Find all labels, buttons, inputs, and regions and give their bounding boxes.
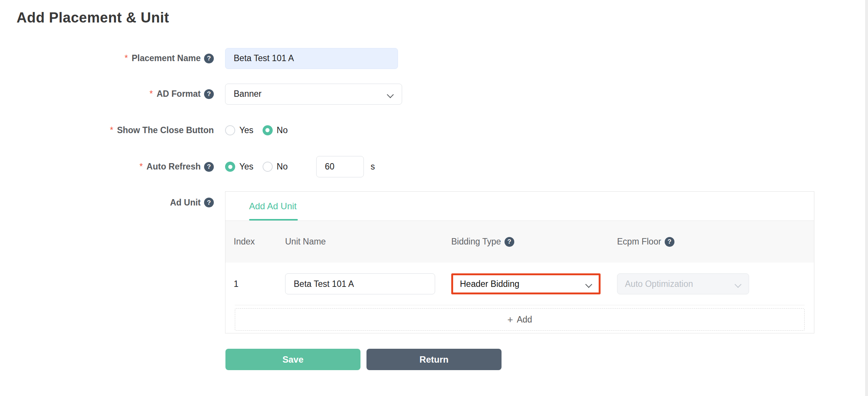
add-row-wrapper: + Add xyxy=(235,305,805,331)
placement-name-row: * Placement Name ? xyxy=(0,48,398,69)
auto-refresh-no-label: No xyxy=(277,162,288,172)
bidding-type-select[interactable]: Header Bidding xyxy=(451,273,601,294)
chevron-down-icon xyxy=(735,281,741,287)
show-close-option-yes[interactable]: Yes xyxy=(225,125,254,135)
ad-format-row: * AD Format ? Banner xyxy=(0,83,402,105)
chevron-down-icon xyxy=(387,91,393,97)
radio-checked-icon[interactable] xyxy=(225,162,235,172)
row-index-value: 1 xyxy=(234,279,239,289)
placement-name-input[interactable] xyxy=(225,48,398,69)
column-header-index: Index xyxy=(234,237,255,247)
ad-unit-panel: Add Ad Unit Index Unit Name Bidding Type… xyxy=(225,191,814,333)
refresh-interval-input[interactable] xyxy=(316,156,364,177)
auto-refresh-row: * Auto Refresh ? Yes No s xyxy=(0,156,375,177)
ad-unit-label-text: Ad Unit xyxy=(170,198,201,208)
ad-format-label: * AD Format ? xyxy=(0,89,214,99)
show-close-radio-group: Yes No xyxy=(225,125,288,135)
help-icon[interactable]: ? xyxy=(204,89,214,99)
placement-name-label-text: Placement Name xyxy=(132,53,201,63)
tab-add-ad-unit[interactable]: Add Ad Unit xyxy=(249,192,297,221)
chevron-down-icon xyxy=(586,281,592,287)
save-button[interactable]: Save xyxy=(225,349,360,370)
bidding-type-selected-value: Header Bidding xyxy=(460,279,520,289)
show-close-no-label: No xyxy=(277,125,288,135)
required-marker: * xyxy=(149,89,153,99)
refresh-interval-unit: s xyxy=(371,162,375,172)
show-close-button-label: * Show The Close Button xyxy=(0,125,214,135)
ad-format-select[interactable]: Banner xyxy=(225,84,402,105)
show-close-button-label-text: Show The Close Button xyxy=(117,125,214,135)
auto-refresh-yes-label: Yes xyxy=(239,162,254,172)
radio-unchecked-icon[interactable] xyxy=(263,162,273,172)
ad-format-label-text: AD Format xyxy=(156,89,201,99)
ad-unit-label: Ad Unit ? xyxy=(0,198,214,208)
ad-unit-label-row: Ad Unit ? xyxy=(0,191,214,214)
ad-unit-tab-bar: Add Ad Unit xyxy=(225,192,814,221)
show-close-button-row: * Show The Close Button Yes No xyxy=(0,120,288,141)
ecpm-floor-select-disabled: Auto Optimization xyxy=(617,273,749,294)
required-marker: * xyxy=(125,53,128,63)
unit-name-input[interactable] xyxy=(285,273,435,294)
column-header-bidding-type: Bidding Type xyxy=(451,237,501,247)
ad-format-selected-value: Banner xyxy=(234,89,261,99)
required-marker: * xyxy=(110,125,113,135)
return-button[interactable]: Return xyxy=(366,349,502,370)
plus-icon: + xyxy=(507,315,513,324)
page-title: Add Placement & Unit xyxy=(17,10,169,26)
required-marker: * xyxy=(140,162,143,172)
scrollbar-track[interactable] xyxy=(865,0,868,396)
auto-refresh-option-yes[interactable]: Yes xyxy=(225,162,254,172)
placement-name-label: * Placement Name ? xyxy=(0,53,214,63)
help-icon[interactable]: ? xyxy=(505,237,514,247)
auto-refresh-label-text: Auto Refresh xyxy=(147,162,201,172)
ecpm-floor-selected-value: Auto Optimization xyxy=(625,279,693,289)
show-close-option-no[interactable]: No xyxy=(263,125,288,135)
add-button-label: Add xyxy=(517,315,532,325)
add-ad-unit-button[interactable]: + Add xyxy=(235,308,805,331)
table-row: 1 Header Bidding Auto Optimization xyxy=(225,262,814,305)
help-icon[interactable]: ? xyxy=(665,237,674,247)
auto-refresh-label: * Auto Refresh ? xyxy=(0,162,214,172)
action-button-row: Save Return xyxy=(225,349,502,370)
help-icon[interactable]: ? xyxy=(204,54,214,63)
active-tab-underline xyxy=(249,219,298,220)
auto-refresh-radio-group: Yes No xyxy=(225,162,288,172)
auto-refresh-interval-group: s xyxy=(316,156,375,177)
radio-unchecked-icon[interactable] xyxy=(225,125,235,135)
column-header-unit-name: Unit Name xyxy=(285,237,326,247)
auto-refresh-option-no[interactable]: No xyxy=(263,162,288,172)
show-close-yes-label: Yes xyxy=(239,125,254,135)
help-icon[interactable]: ? xyxy=(204,162,214,172)
ad-unit-table-header: Index Unit Name Bidding Type ? Ecpm Floo… xyxy=(225,221,814,262)
column-header-ecpm-floor: Ecpm Floor xyxy=(617,237,661,247)
help-icon[interactable]: ? xyxy=(204,198,214,207)
radio-checked-icon[interactable] xyxy=(263,125,273,135)
